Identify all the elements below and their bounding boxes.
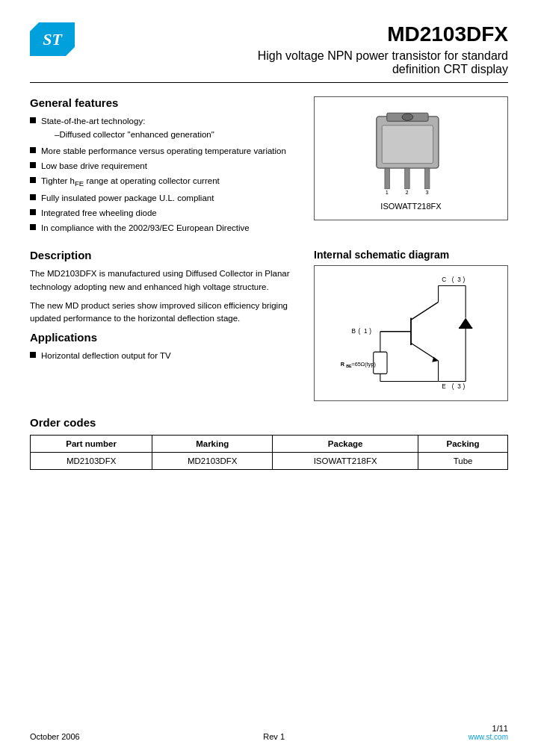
st-logo: ST bbox=[30, 22, 75, 56]
svg-text:B: B bbox=[351, 329, 356, 335]
svg-rect-5 bbox=[424, 168, 429, 189]
bullet-icon bbox=[30, 224, 36, 230]
subtitle: High voltage NPN power transistor for st… bbox=[90, 49, 508, 76]
bullet-icon bbox=[30, 177, 36, 183]
header-divider bbox=[30, 82, 508, 83]
svg-text:1: 1 bbox=[386, 189, 389, 196]
logo-area: ST bbox=[30, 22, 75, 56]
svg-text:3: 3 bbox=[457, 276, 461, 283]
svg-rect-4 bbox=[405, 168, 409, 189]
list-item: Horizontal deflection output for TV bbox=[30, 350, 299, 362]
svg-text:): ) bbox=[369, 329, 371, 335]
schematic-svg: C ( 3 ) E ( 3 ) B ( 1 ) bbox=[325, 273, 497, 393]
list-item: State-of-the-art technology: Diffused co… bbox=[30, 115, 299, 142]
bullet-icon bbox=[30, 117, 36, 123]
footer-revision: Rev 1 bbox=[263, 732, 285, 741]
svg-text:(: ( bbox=[359, 329, 361, 335]
schematic-box: C ( 3 ) E ( 3 ) B ( 1 ) bbox=[314, 265, 508, 401]
list-item: In compliance with the 2002/93/EC Europe… bbox=[30, 222, 299, 234]
svg-text:C: C bbox=[442, 276, 446, 283]
list-item: Fully insulated power package U.L. compl… bbox=[30, 192, 299, 204]
bullet-icon bbox=[30, 162, 36, 168]
schematic-col: Internal schematic diagram C ( 3 ) E ( 3… bbox=[314, 249, 508, 401]
table-header-row: Part number Marking Package Packing bbox=[31, 436, 508, 453]
title-area: MD2103DFX High voltage NPN power transis… bbox=[75, 22, 508, 76]
footer-right: 1/11 www.st.com bbox=[469, 724, 508, 741]
bullet-icon bbox=[30, 147, 36, 153]
logo-text: ST bbox=[43, 30, 62, 49]
svg-point-2 bbox=[402, 114, 413, 120]
description-para-2: The new MD product series show improved … bbox=[30, 300, 299, 326]
svg-text:(: ( bbox=[452, 383, 454, 390]
col-header-package: Package bbox=[273, 436, 418, 453]
footer-website: www.st.com bbox=[469, 733, 508, 741]
svg-text:=65Ω(typ): =65Ω(typ) bbox=[351, 362, 375, 368]
description-para-1: The MD2103DFX is manufactured using Diff… bbox=[30, 267, 299, 294]
features-section: General features State-of-the-art techno… bbox=[30, 96, 508, 237]
svg-text:E: E bbox=[442, 383, 446, 390]
svg-text:R: R bbox=[341, 362, 345, 368]
table-row: MD2103DFX MD2103DFX ISOWATT218FX Tube bbox=[31, 453, 508, 470]
applications-list: Horizontal deflection output for TV bbox=[30, 350, 299, 362]
product-image-box: 1 2 3 ISOWATT218FX bbox=[314, 96, 508, 220]
order-codes-section: Order codes Part number Marking Package … bbox=[30, 416, 508, 470]
svg-marker-32 bbox=[459, 318, 472, 329]
description-col: Description The MD2103DFX is manufacture… bbox=[30, 249, 299, 401]
product-label: ISOWATT218FX bbox=[380, 202, 441, 211]
svg-text:2: 2 bbox=[406, 189, 409, 196]
svg-text:3: 3 bbox=[457, 383, 461, 390]
features-col-left: General features State-of-the-art techno… bbox=[30, 96, 299, 237]
bullet-icon bbox=[30, 209, 36, 215]
bullet-icon bbox=[30, 352, 36, 358]
footer-date: October 2006 bbox=[30, 732, 80, 741]
list-item: Low base drive requirement bbox=[30, 160, 299, 172]
product-image-col: 1 2 3 ISOWATT218FX bbox=[314, 96, 508, 237]
product-image-svg: 1 2 3 bbox=[344, 106, 478, 196]
svg-line-24 bbox=[411, 303, 439, 320]
order-codes-table: Part number Marking Package Packing MD21… bbox=[30, 435, 508, 470]
sub-list: Diffused collector "enhanced generation" bbox=[41, 128, 214, 140]
applications-section: Applications Horizontal deflection outpu… bbox=[30, 331, 299, 362]
col-header-packing: Packing bbox=[418, 436, 508, 453]
schematic-heading: Internal schematic diagram bbox=[314, 249, 508, 261]
cell-packing: Tube bbox=[418, 453, 508, 470]
svg-text:): ) bbox=[463, 383, 465, 390]
page-footer: October 2006 Rev 1 1/11 www.st.com bbox=[30, 724, 508, 741]
list-item: Tighter hFE range at operating collector… bbox=[30, 175, 299, 189]
svg-text:3: 3 bbox=[425, 189, 428, 196]
col-header-marking: Marking bbox=[152, 436, 273, 453]
svg-rect-3 bbox=[385, 168, 389, 189]
svg-text:1: 1 bbox=[364, 329, 368, 335]
description-schematic-section: Description The MD2103DFX is manufacture… bbox=[30, 249, 508, 401]
list-item: More stable performance versus operating… bbox=[30, 145, 299, 157]
order-codes-heading: Order codes bbox=[30, 416, 508, 429]
applications-heading: Applications bbox=[30, 331, 299, 344]
cell-marking: MD2103DFX bbox=[152, 453, 273, 470]
col-header-part-number: Part number bbox=[31, 436, 152, 453]
svg-text:): ) bbox=[463, 276, 465, 283]
bullet-icon bbox=[30, 194, 36, 200]
cell-part-number: MD2103DFX bbox=[31, 453, 152, 470]
features-heading: General features bbox=[30, 96, 299, 109]
features-list: State-of-the-art technology: Diffused co… bbox=[30, 115, 299, 234]
svg-text:(: ( bbox=[452, 276, 454, 283]
cell-package: ISOWATT218FX bbox=[273, 453, 418, 470]
sub-list-item: Diffused collector "enhanced generation" bbox=[55, 128, 214, 140]
header: ST MD2103DFX High voltage NPN power tran… bbox=[30, 22, 508, 76]
footer-page: 1/11 bbox=[469, 724, 508, 733]
part-number: MD2103DFX bbox=[90, 22, 508, 46]
list-item: Integrated free wheeling diode bbox=[30, 207, 299, 219]
svg-rect-6 bbox=[382, 126, 433, 164]
description-heading: Description bbox=[30, 249, 299, 261]
